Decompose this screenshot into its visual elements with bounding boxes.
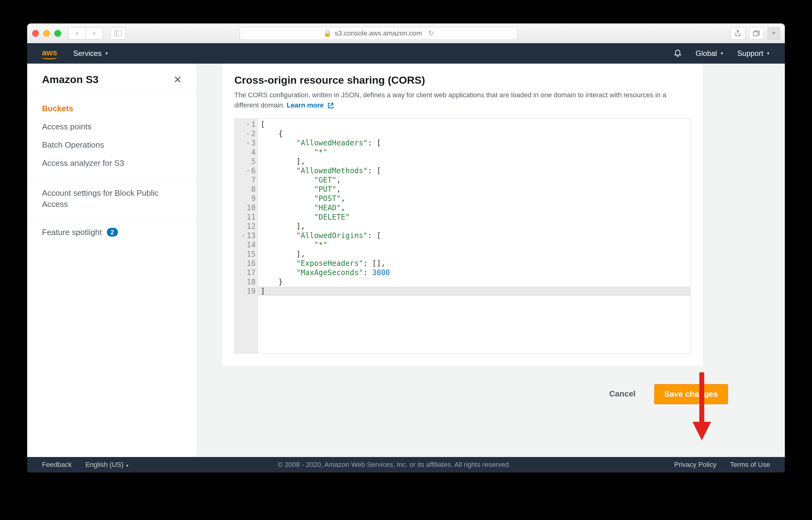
region-menu[interactable]: Global▼ (696, 49, 724, 58)
privacy-link[interactable]: Privacy Policy (674, 461, 716, 469)
reload-icon[interactable]: ↻ (428, 29, 434, 37)
close-icon[interactable]: ✕ (174, 74, 182, 85)
copyright-text: © 2008 - 2020, Amazon Web Services, Inc.… (278, 461, 510, 469)
tabs-button[interactable] (749, 27, 764, 40)
learn-more-link[interactable]: Learn more (287, 101, 334, 109)
show-sidebar-button[interactable] (110, 27, 126, 40)
panel-title: Cross-origin resource sharing (CORS) (234, 74, 691, 86)
aws-logo[interactable]: aws (42, 48, 57, 59)
cancel-button[interactable]: Cancel (599, 384, 645, 404)
sidebar-item-buckets[interactable]: Buckets (42, 99, 182, 118)
external-link-icon (328, 103, 334, 109)
new-tab-button[interactable]: + (767, 27, 780, 40)
cors-json-editor[interactable]: ▾1▾2▾345▾6789101112▾13141516171819 [ { "… (234, 118, 691, 354)
browser-chrome: ‹ › 🔒 s3.console.aws.amazon.com ↻ + (27, 24, 785, 43)
lock-icon: 🔒 (323, 29, 332, 37)
url-text: s3.console.aws.amazon.com (335, 29, 422, 37)
minimize-window-button[interactable] (43, 30, 50, 37)
share-button[interactable] (731, 27, 745, 40)
sidebar-item-access-analyzer-for-s3[interactable]: Access analyzer for S3 (42, 154, 182, 172)
forward-button[interactable]: › (85, 27, 103, 40)
sidebar-title: Amazon S3 (42, 74, 99, 85)
panel-description: The CORS configuration, written in JSON,… (234, 90, 691, 110)
language-selector[interactable]: English (US) ▼ (85, 461, 129, 469)
sidebar-item-account-settings[interactable]: Account settings for Block Public Access (27, 179, 197, 219)
support-menu[interactable]: Support▼ (737, 49, 770, 58)
notifications-icon[interactable] (673, 48, 682, 59)
close-window-button[interactable] (32, 30, 39, 37)
sidebar: Amazon S3 ✕ BucketsAccess pointsBatch Op… (27, 63, 197, 457)
svg-rect-0 (114, 31, 122, 36)
svg-rect-2 (753, 32, 758, 36)
back-button[interactable]: ‹ (69, 27, 86, 40)
spotlight-badge: 2 (107, 228, 118, 236)
maximize-window-button[interactable] (54, 30, 61, 37)
feedback-link[interactable]: Feedback (42, 461, 72, 469)
save-changes-button[interactable]: Save changes (654, 384, 728, 404)
cors-panel: Cross-origin resource sharing (CORS) The… (222, 63, 703, 366)
aws-header: aws Services▼ Global▼ Support▼ (27, 43, 785, 63)
services-menu[interactable]: Services▼ (73, 49, 108, 58)
window-controls (32, 30, 61, 37)
sidebar-item-access-points[interactable]: Access points (42, 118, 182, 136)
footer: Feedback English (US) ▼ © 2008 - 2020, A… (27, 457, 785, 472)
sidebar-item-batch-operations[interactable]: Batch Operations (42, 136, 182, 154)
address-bar[interactable]: 🔒 s3.console.aws.amazon.com ↻ (240, 27, 518, 40)
sidebar-item-feature-spotlight[interactable]: Feature spotlight 2 (27, 219, 197, 246)
terms-link[interactable]: Terms of Use (730, 461, 770, 469)
